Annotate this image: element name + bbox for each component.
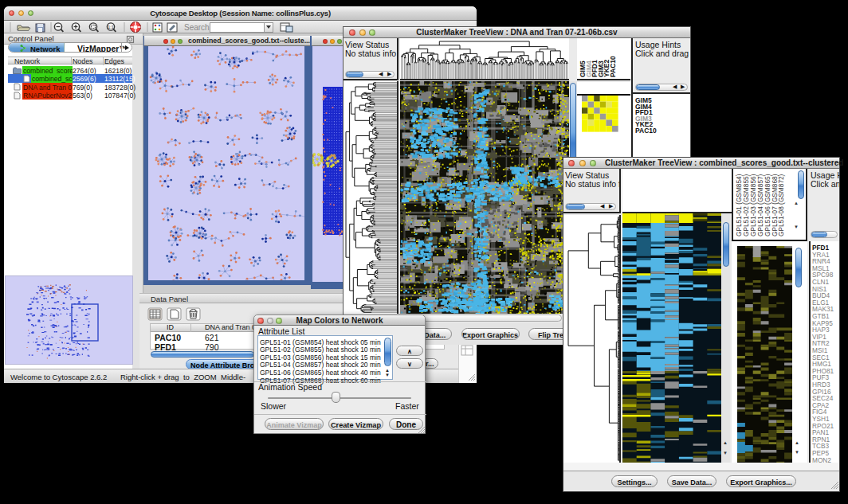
svg-text:1:1: 1:1 (108, 25, 114, 29)
svg-text:GPL51-08 (GSM872): GPL51-08 (GSM872) (777, 174, 785, 236)
svg-text:PAC10: PAC10 (609, 56, 617, 77)
